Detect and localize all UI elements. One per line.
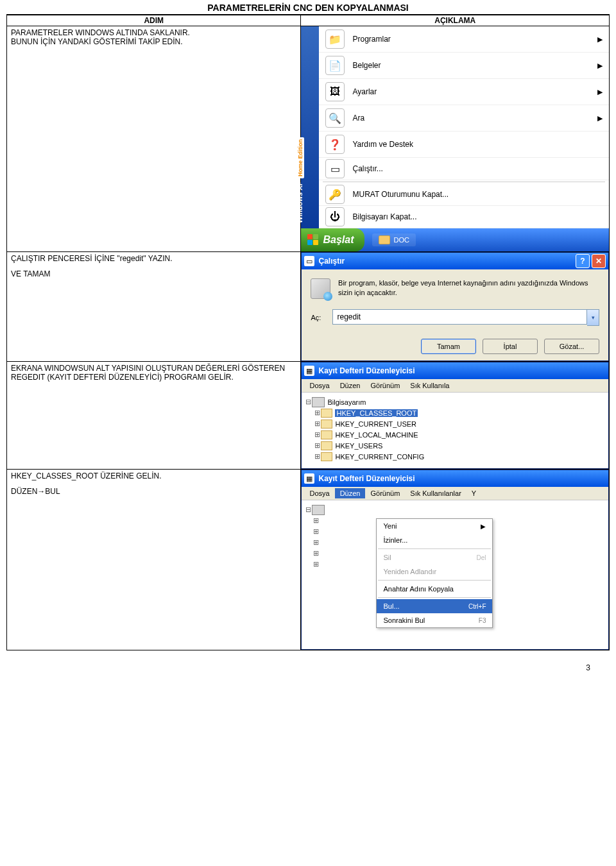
menu-item-label: Programlar xyxy=(352,35,597,44)
regedit-menubar-1[interactable]: DosyaDüzenGörünümSık Kullanıla xyxy=(302,379,608,393)
step2-line1: ÇALIŞTIR PENCERESİ İÇİNE "regedit" YAZIN… xyxy=(11,254,296,263)
step4-line1: HKEY_CLASSES_ROOT ÜZERİNE GELİN. xyxy=(11,471,296,480)
menu-item-icon: 📁 xyxy=(325,30,345,49)
run-icon: ▭ xyxy=(304,256,314,266)
menu-item-label: Çalıştır... xyxy=(352,164,603,173)
col-desc-header: AÇIKLAMA xyxy=(301,15,610,26)
folder-icon xyxy=(379,235,390,244)
start-menu-item[interactable]: 🔍Ara▶ xyxy=(319,105,609,132)
menu-item[interactable]: Y xyxy=(466,488,481,498)
menu-item[interactable]: Dosya xyxy=(304,488,334,498)
menu-item-icon: 🔑 xyxy=(325,185,345,204)
context-menu-item: Yeniden Adlandır xyxy=(377,565,492,579)
run-dialog-titlebar: ▭ Çalıştır ? ✕ xyxy=(302,253,608,269)
menu-item-icon: ⏻ xyxy=(325,207,345,226)
ok-button[interactable]: Tamam xyxy=(421,339,476,354)
submenu-arrow-icon: ▶ xyxy=(481,523,486,530)
menu-item-label: MURAT Oturumunu Kapat... xyxy=(352,190,603,199)
context-menu-item[interactable]: İzinler... xyxy=(377,533,492,547)
step3-text: EKRANA WINDOWSUN ALT YAPISINI OLUŞTURAN … xyxy=(11,364,296,382)
tree-item[interactable]: ⊞HKEY_USERS xyxy=(304,440,606,451)
submenu-arrow-icon: ▶ xyxy=(597,88,603,96)
menu-item-icon: 🔍 xyxy=(325,108,345,128)
tree-item[interactable]: ⊞HKEY_CURRENT_USER xyxy=(304,418,606,429)
regedit-icon: ▦ xyxy=(304,473,314,484)
menu-item-icon: ▭ xyxy=(325,159,345,178)
menu-item-icon: 🖼 xyxy=(325,82,345,101)
run-app-icon xyxy=(311,278,330,299)
regedit-window-2: ▦ Kayıt Defteri Düzenleyicisi DosyaDüzen… xyxy=(301,470,609,650)
start-menu-item[interactable]: 📁Programlar▶ xyxy=(319,26,609,53)
context-menu-item[interactable]: Yeni▶ xyxy=(377,519,492,533)
regedit-title: Kayıt Defteri Düzenleyicisi xyxy=(318,366,606,375)
run-dialog-title: Çalıştır xyxy=(318,257,574,266)
start-menu-item[interactable]: ⏻Bilgisayarı Kapat... xyxy=(319,206,609,228)
submenu-arrow-icon: ▶ xyxy=(597,62,603,70)
help-button[interactable]: ? xyxy=(576,254,590,268)
folder-icon xyxy=(321,420,332,429)
submenu-arrow-icon: ▶ xyxy=(597,114,603,123)
menu-item-icon: 📄 xyxy=(325,56,345,75)
start-menu-item[interactable]: 🖼Ayarlar▶ xyxy=(319,79,609,105)
menu-item[interactable]: Sık Kullanıla xyxy=(405,380,454,391)
close-button[interactable]: ✕ xyxy=(592,254,606,268)
step1-line1: PARAMETRELER WINDOWS ALTINDA SAKLANIR. xyxy=(11,28,296,37)
submenu-arrow-icon: ▶ xyxy=(597,35,603,44)
menu-item-label: Bilgisayarı Kapat... xyxy=(352,212,603,221)
regedit-body-with-menu: ⊟ ⊞ ⊞ ⊞ ⊞ ⊞ Yeni▶İzinler...SilDelYeniden… xyxy=(302,500,608,649)
start-menu-item[interactable]: 🔑MURAT Oturumunu Kapat... xyxy=(319,183,609,206)
open-label: Aç: xyxy=(311,314,332,321)
menu-item[interactable]: Dosya xyxy=(304,380,334,391)
menu-item[interactable]: Düzen xyxy=(335,488,366,498)
start-menu-item[interactable]: 📄Belgeler▶ xyxy=(319,53,609,79)
dropdown-button[interactable]: ▾ xyxy=(587,309,599,326)
menu-item[interactable]: Sık Kullanılanlar xyxy=(405,488,466,498)
start-menu-item[interactable]: ▭Çalıştır... xyxy=(319,158,609,180)
start-menu-brandbar: Windows XPHome Edition xyxy=(301,26,319,228)
taskbar: Başlat DOC xyxy=(301,228,609,251)
start-menu-item[interactable]: ❓Yardım ve Destek xyxy=(319,132,609,158)
tree-item[interactable]: ⊞HKEY_CURRENT_CONFIG xyxy=(304,451,606,462)
menu-item[interactable]: Görünüm xyxy=(365,380,405,391)
menu-item[interactable]: Düzen xyxy=(335,380,366,391)
folder-icon xyxy=(321,430,332,439)
regedit-menubar-2[interactable]: DosyaDüzenGörünümSık KullanılanlarY xyxy=(302,487,608,500)
registry-tree[interactable]: ⊟Bilgisayarım⊞HKEY_CLASSES_ROOT⊞HKEY_CUR… xyxy=(302,393,608,468)
menu-item-label: Ayarlar xyxy=(352,87,597,96)
context-menu-item[interactable]: Bul...Ctrl+F xyxy=(377,599,492,613)
context-menu-item[interactable]: Sonrakini BulF3 xyxy=(377,613,492,627)
edit-context-menu[interactable]: Yeni▶İzinler...SilDelYeniden AdlandırAna… xyxy=(376,518,493,628)
open-input[interactable] xyxy=(332,309,587,325)
run-dialog: ▭ Çalıştır ? ✕ Bir program, klasör, belg… xyxy=(301,252,609,361)
cancel-button[interactable]: İptal xyxy=(483,339,538,354)
run-dialog-desc: Bir program, klasör, belge veya Internet… xyxy=(338,278,599,298)
menu-item-label: Yardım ve Destek xyxy=(352,140,603,149)
tree-item[interactable]: ⊞HKEY_CLASSES_ROOT xyxy=(304,407,606,418)
regedit2-title: Kayıt Defteri Düzenleyicisi xyxy=(318,474,606,483)
folder-icon xyxy=(321,452,332,461)
tree-root[interactable]: Bilgisayarım xyxy=(327,398,366,406)
menu-item[interactable]: Görünüm xyxy=(365,488,405,498)
step1-line2: BUNUN İÇİN YANDAKİ GÖSTERİMİ TAKİP EDİN. xyxy=(11,37,296,46)
context-menu-item: SilDel xyxy=(377,550,492,565)
menu-item-label: Belgeler xyxy=(352,61,597,70)
taskbar-item-doc[interactable]: DOC xyxy=(372,233,416,246)
windows-logo-icon xyxy=(307,234,319,246)
menu-item-icon: ❓ xyxy=(325,135,345,154)
context-menu-item[interactable]: Anahtar Adını Kopyala xyxy=(377,582,492,596)
step2-line2: VE TAMAM xyxy=(11,269,296,278)
col-step-header: ADIM xyxy=(7,15,301,26)
folder-icon xyxy=(321,441,332,450)
step4-line2: DÜZEN→BUL xyxy=(11,487,296,496)
regedit-window-1: ▦ Kayıt Defteri Düzenleyicisi DosyaDüzen… xyxy=(301,362,609,469)
start-menu: Windows XPHome Edition 📁Programlar▶📄Belg… xyxy=(301,26,609,251)
tree-item[interactable]: ⊞HKEY_LOCAL_MACHINE xyxy=(304,429,606,440)
doc-title: PARAMETRELERİN CNC DEN KOPYALANMASI xyxy=(0,0,616,14)
menu-item-label: Ara xyxy=(352,114,597,123)
os-brand: Windows XPHome Edition xyxy=(296,137,304,223)
browse-button[interactable]: Gözat... xyxy=(544,339,599,354)
regedit-icon: ▦ xyxy=(304,366,314,376)
start-button[interactable]: Başlat xyxy=(301,228,364,251)
folder-icon xyxy=(321,409,332,418)
computer-icon xyxy=(312,397,325,407)
